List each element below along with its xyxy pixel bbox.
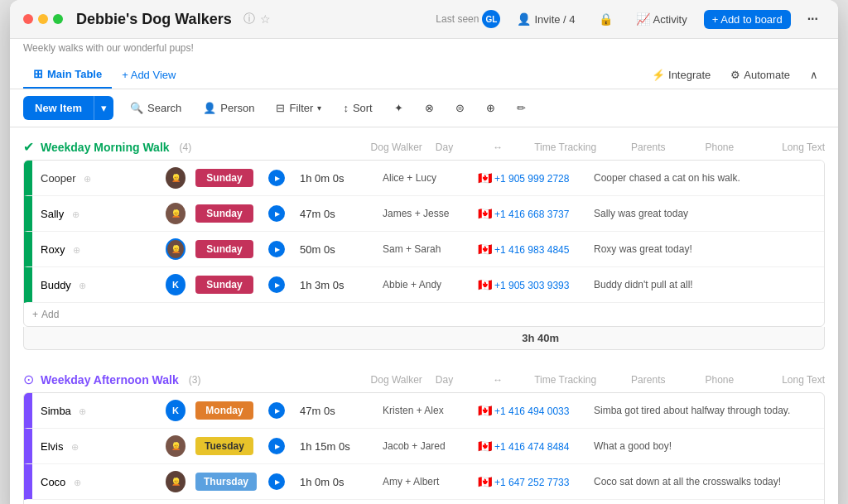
walker-cell: 👱 [161,196,190,231]
morning-col-phone: Phone [705,142,734,153]
play-button[interactable] [268,170,285,186]
morning-col-arrow: ↔ [493,142,503,153]
play-button[interactable] [268,473,285,490]
walker-cell: 👱 [161,429,190,463]
morning-col-time: Time Tracking [534,142,596,153]
add-col-icon[interactable]: ⊕ [72,209,80,219]
more-toolbar-button[interactable]: ✏ [508,98,534,118]
day-badge[interactable]: Sunday [195,169,253,187]
day-badge[interactable]: Sunday [195,240,253,258]
day-cell[interactable]: Sunday [190,271,265,299]
permissions-button[interactable]: 🔒 [592,9,619,29]
day-cell[interactable]: Tuesday [190,432,265,460]
afternoon-table: Simba ⊕ K Monday 47m 0s Kristen + Alex 🇨… [23,392,825,504]
add-icon: + [32,309,38,320]
add-view-button[interactable]: + Add View [112,62,186,88]
text-cell: Simba got tired about halfway through to… [589,398,824,423]
formula-button[interactable]: ⊕ [478,98,504,118]
table-row: Sally ⊕ 👱 Sunday 47m 0s James + Jesse 🇨🇦… [24,196,824,232]
walker-cell: 👱 [161,464,190,499]
time-cell: 50m 0s [295,237,378,262]
day-badge[interactable]: Monday [195,401,253,420]
hide-button[interactable]: ⊗ [417,98,442,118]
add-col-icon[interactable]: ⊕ [79,406,86,416]
add-row-button[interactable]: + Add [24,303,824,326]
day-cell[interactable]: Thursday [190,468,265,496]
day-cell[interactable]: Monday [190,396,265,425]
formula-icon: ⊕ [486,102,495,114]
new-item-caret[interactable]: ▾ [94,96,113,120]
day-cell[interactable]: Sunday [190,235,265,263]
table-row: Buddy ⊕ K Sunday 1h 3m 0s Abbie + Andy 🇨… [24,267,824,303]
add-col-icon[interactable]: ⊕ [79,281,86,290]
parents-cell: Abbie + Andy [378,272,473,297]
add-col-icon[interactable]: ⊕ [84,174,91,184]
search-button[interactable]: 🔍 Search [122,98,190,118]
add-to-board-button[interactable]: + Add to board [704,10,791,29]
walker-avatar: K [166,274,186,295]
morning-col-dogwalker: Dog Walker [371,142,422,153]
phone-cell: 🇨🇦+1 905 303 9393 [473,271,589,298]
row-name: Buddy ⊕ [32,272,161,298]
walker-cell: K [161,393,190,428]
arrow-cell [265,200,295,227]
sort-icon: ↕ [343,102,349,114]
phone-cell: 🇨🇦+1 416 494 0033 [473,397,589,424]
automate-button[interactable]: ⚙ Automate [724,65,797,84]
filter-icon: ⊟ [276,102,285,114]
day-badge[interactable]: Thursday [195,473,257,491]
walker-cell: K [161,267,190,302]
main-table-tab[interactable]: ⊞ Main Table [23,60,112,89]
time-cell: 47m 0s [295,398,378,424]
walker-avatar: 👱 [166,471,186,492]
activity-button[interactable]: 📈 Activity [629,9,694,29]
day-badge[interactable]: Tuesday [195,437,253,455]
row-name: Sally ⊕ [32,201,161,227]
morning-table: Cooper ⊕ 👱 Sunday 1h 0m 0s Alice + Lucy … [23,160,825,327]
afternoon-row-count: (3) [189,374,201,386]
add-col-icon[interactable]: ⊕ [73,245,80,255]
new-item-button[interactable]: New Item [23,96,94,120]
star-icon[interactable]: ☆ [260,12,271,26]
more-options-button[interactable]: ··· [801,8,825,30]
highlight-button[interactable]: ✦ [386,98,412,118]
table-row: Roxy ⊕ 👱 Sunday 50m 0s Sam + Sarah 🇨🇦+1 … [24,232,824,267]
play-button[interactable] [268,438,285,454]
day-badge[interactable]: Sunday [195,276,253,294]
group-morning-title: Weekday Morning Walk [41,141,170,154]
play-button[interactable] [268,241,285,257]
invite-button[interactable]: 👤 Invite / 4 [510,9,581,29]
parents-cell: Amy + Albert [378,469,473,494]
automate-icon: ⚙ [730,69,740,81]
person-filter-button[interactable]: 👤 Person [195,98,263,118]
table-row: Elvis ⊕ 👱 Tuesday 1h 15m 0s Jacob + Jare… [24,429,824,464]
collapse-button[interactable]: ∧ [803,65,825,84]
integrate-button[interactable]: ⚡ Integrate [645,65,717,84]
phone-cell: 🇨🇦+1 416 474 8484 [473,433,589,459]
filter-button[interactable]: ⊟ Filter ▾ [267,98,330,118]
add-col-icon[interactable]: ⊕ [74,478,81,487]
time-cell: 1h 0m 0s [295,166,378,191]
last-seen: Last seen GL [436,10,500,28]
play-button[interactable] [268,205,285,222]
app-title: Debbie's Dog Walkers [76,11,232,28]
add-col-icon[interactable]: ⊕ [71,442,79,452]
play-button[interactable] [268,276,285,293]
collapse-icon: ⊜ [455,102,465,114]
add-row-button[interactable]: + Add [24,500,824,504]
collapse-rows-button[interactable]: ⊜ [447,98,473,118]
table-row: Cooper ⊕ 👱 Sunday 1h 0m 0s Alice + Lucy … [24,161,824,196]
day-badge[interactable]: Sunday [195,204,253,223]
info-icon[interactable]: ⓘ [243,12,255,26]
content-area: ✔ Weekday Morning Walk (4) Dog Walker Da… [10,127,838,504]
day-cell[interactable]: Sunday [190,199,265,228]
phone-cell: 🇨🇦+1 905 999 2728 [473,165,589,191]
phone-cell: 🇨🇦+1 416 668 3737 [473,200,589,227]
walker-avatar: 👱 [166,238,186,260]
row-name: Roxy ⊕ [32,237,161,262]
morning-col-parents: Parents [631,142,665,153]
play-button[interactable] [268,402,285,419]
day-cell[interactable]: Sunday [190,164,265,192]
sort-button[interactable]: ↕ Sort [335,98,380,118]
arrow-cell [265,468,295,495]
